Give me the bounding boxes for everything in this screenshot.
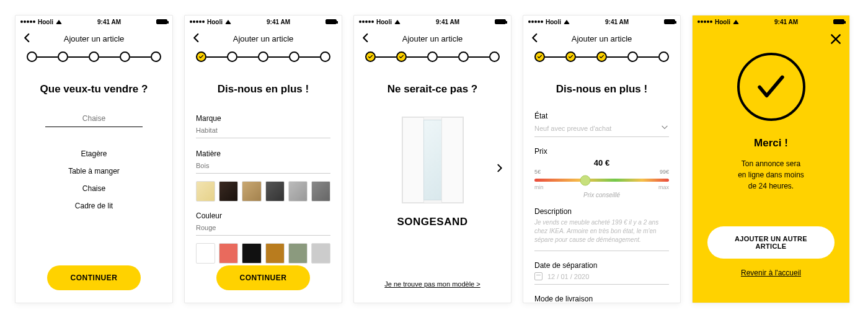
progress-stepper xyxy=(523,49,680,62)
progress-stepper xyxy=(354,49,511,62)
battery-icon xyxy=(495,19,506,24)
state-label: État xyxy=(534,112,669,120)
brand-input[interactable] xyxy=(196,124,330,138)
next-product-button[interactable] xyxy=(495,160,505,176)
clock: 9:41 AM xyxy=(267,19,290,25)
price-slider[interactable]: 40 € 5€ 99€ min max Prix conseillé xyxy=(534,158,669,198)
status-bar: Hooli 9:41 AM xyxy=(185,16,342,28)
material-swatch[interactable] xyxy=(219,181,238,202)
check-icon xyxy=(599,54,604,60)
wifi-icon xyxy=(564,20,570,24)
wifi-icon xyxy=(56,20,62,24)
carrier: Hooli xyxy=(38,19,53,25)
price-label: Prix xyxy=(534,147,669,156)
step-dot xyxy=(227,51,237,62)
suggestion-item[interactable]: Chaise xyxy=(82,184,105,193)
material-swatch[interactable] xyxy=(196,181,215,202)
step-dot xyxy=(89,51,99,62)
material-swatch[interactable] xyxy=(288,181,308,202)
success-subtitle: Ton annonce sera en ligne dans moins de … xyxy=(738,158,804,192)
progress-stepper xyxy=(16,49,172,62)
step-dot xyxy=(596,51,607,62)
date-input[interactable]: 12 / 01 / 2020 xyxy=(534,272,669,285)
calendar-icon xyxy=(534,272,542,280)
status-bar: Hooli 9:41 AM xyxy=(354,16,511,28)
suggestion-item[interactable]: Cadre de lit xyxy=(75,202,113,210)
page-title: Ajouter un article xyxy=(233,34,294,43)
material-input[interactable] xyxy=(196,159,330,174)
description-label: Description xyxy=(534,207,669,216)
material-swatch[interactable] xyxy=(242,181,261,202)
step-dot xyxy=(489,51,500,62)
success-check-icon xyxy=(737,53,805,121)
product-preview: SONGESAND xyxy=(365,110,500,280)
continue-button[interactable]: CONTINUER xyxy=(47,265,141,290)
check-icon xyxy=(368,54,373,60)
step-dot xyxy=(58,51,68,62)
color-swatch[interactable] xyxy=(265,243,285,264)
signal-icon xyxy=(359,20,374,23)
state-select[interactable]: Neuf avec preuve d'achat xyxy=(534,123,669,137)
suggestion-item[interactable]: Etagère xyxy=(81,149,107,158)
chevron-left-icon xyxy=(22,32,33,43)
back-home-link[interactable]: Revenir à l'accueil xyxy=(741,269,801,277)
color-swatch[interactable] xyxy=(311,243,330,264)
back-button[interactable] xyxy=(529,32,541,43)
screen-success: Hooli 9:41 AM Merci ! Ton annonce sera e… xyxy=(692,15,850,303)
model-not-found-link[interactable]: Je ne trouve pas mon modèle > xyxy=(365,280,500,288)
screen-step4: Hooli 9:41 AM Ajouter un article Dis-nou… xyxy=(523,15,681,303)
step-dot xyxy=(289,51,299,62)
price-hint: Prix conseillé xyxy=(534,192,669,198)
product-image xyxy=(402,117,464,203)
chevron-down-icon xyxy=(660,123,669,134)
clock: 9:41 AM xyxy=(97,19,121,25)
step-dot xyxy=(27,51,37,62)
screen-header: Ajouter un article xyxy=(523,28,680,49)
check-icon xyxy=(399,54,404,60)
slider-track[interactable] xyxy=(534,179,669,182)
back-button[interactable] xyxy=(22,32,33,43)
back-button[interactable] xyxy=(191,32,202,43)
battery-icon xyxy=(833,19,844,24)
wifi-icon xyxy=(225,20,231,24)
status-bar: Hooli 9:41 AM xyxy=(693,16,849,28)
suggestion-list: Etagère Table à manger Chaise Cadre de l… xyxy=(27,149,161,210)
color-swatch[interactable] xyxy=(288,243,308,264)
question-heading: Ne serait-ce pas ? xyxy=(365,83,500,96)
material-swatch[interactable] xyxy=(265,181,285,202)
color-swatch[interactable] xyxy=(196,243,215,264)
status-bar: Hooli 9:41 AM xyxy=(523,16,680,28)
success-title: Merci ! xyxy=(754,137,788,149)
slider-min-label: min xyxy=(534,184,544,190)
carrier: Hooli xyxy=(546,19,561,25)
signal-icon xyxy=(190,20,205,23)
question-heading: Dis-nous en plus ! xyxy=(534,83,669,96)
check-icon xyxy=(568,54,574,60)
color-swatch[interactable] xyxy=(242,243,261,264)
clock: 9:41 AM xyxy=(436,19,459,25)
continue-button[interactable]: CONTINUER xyxy=(216,265,311,290)
delivery-label: Mode de livraison xyxy=(534,295,669,303)
color-swatch[interactable] xyxy=(219,243,238,264)
back-button[interactable] xyxy=(360,32,371,43)
suggestion-item[interactable]: Table à manger xyxy=(68,167,120,176)
clock: 9:41 AM xyxy=(774,19,798,25)
signal-icon xyxy=(528,20,543,23)
step-dot xyxy=(658,51,669,62)
carrier: Hooli xyxy=(715,19,730,25)
signal-icon xyxy=(698,20,712,23)
material-swatch[interactable] xyxy=(311,181,330,202)
material-label: Matière xyxy=(196,149,330,158)
page-title: Ajouter un article xyxy=(64,34,125,43)
state-value: Neuf avec preuve d'achat xyxy=(534,125,660,132)
color-label: Couleur xyxy=(196,211,330,220)
close-button[interactable] xyxy=(830,33,842,45)
product-name: SONGESAND xyxy=(397,216,467,228)
item-name-input[interactable] xyxy=(45,110,143,127)
slider-thumb[interactable] xyxy=(580,175,591,185)
color-input[interactable] xyxy=(196,221,330,236)
carrier: Hooli xyxy=(207,19,223,25)
slider-max-label: max xyxy=(658,184,669,190)
description-input[interactable]: Je vends ce meuble acheté 199 € il y a 2… xyxy=(534,218,669,251)
add-another-button[interactable]: AJOUTER UN AUTRE ARTICLE xyxy=(707,226,835,259)
